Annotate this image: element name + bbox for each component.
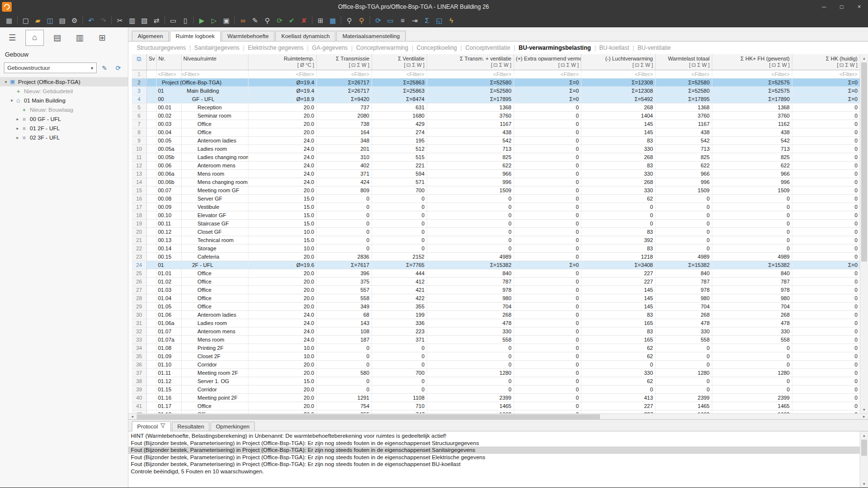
room-name-cell[interactable]: 01.15Corridor xyxy=(156,385,248,393)
sv-cell[interactable] xyxy=(146,402,156,410)
room-name-cell[interactable]: 00.13Technical room xyxy=(156,236,248,244)
value-cell-extra_opwarmend[interactable]: 0 xyxy=(514,410,581,413)
row-number-cell[interactable]: 18 xyxy=(132,211,146,219)
value-cell-transmissie[interactable]: 0 xyxy=(316,385,372,393)
table-row[interactable]: 1400.06bMens changing room24.04245719960… xyxy=(132,178,860,186)
table-row[interactable]: 600.02Seminar room20.0208016803760014043… xyxy=(132,111,860,120)
value-cell-temp[interactable]: 20.0 xyxy=(248,120,316,128)
room-name-cell[interactable]: 00.09Vestibule xyxy=(156,203,248,211)
scroll-up-icon[interactable]: ▲ xyxy=(860,54,868,62)
value-cell-temp[interactable]: 20.0 xyxy=(248,294,316,302)
structure-dropdown[interactable]: Gebouwstructuur ▾ xyxy=(4,62,97,73)
run-calculation-alt-icon[interactable]: ▷ xyxy=(208,14,220,26)
value-cell-temp[interactable]: Ø=18.9 xyxy=(248,95,316,103)
value-cell-hk_fh_gewenst[interactable]: 966 xyxy=(712,169,792,178)
row-number-cell[interactable]: 3 xyxy=(132,86,146,95)
row-number-cell[interactable]: 38 xyxy=(132,377,146,385)
value-cell-temp[interactable]: 15.0 xyxy=(248,211,316,219)
open-folder-icon[interactable]: ▰ xyxy=(32,14,44,26)
value-cell-hk_huidig[interactable]: 0 xyxy=(792,144,860,153)
value-cell-transmissie[interactable]: 0 xyxy=(316,244,372,252)
value-cell-extra_opwarmend[interactable]: 0 xyxy=(514,169,581,178)
value-cell-transm_ventilatie[interactable]: 1167 xyxy=(427,120,514,128)
scroll-down-icon[interactable]: ▼ xyxy=(860,406,868,413)
sv-cell[interactable] xyxy=(146,128,156,136)
value-cell-ventilatie[interactable]: 710 xyxy=(372,402,427,410)
value-cell-extra_opwarmend[interactable]: 0 xyxy=(514,327,581,335)
value-cell-transm_ventilatie[interactable]: 840 xyxy=(427,269,514,277)
row-number-cell[interactable]: 13 xyxy=(132,169,146,178)
corner-select-cell[interactable]: ⧉ xyxy=(132,54,146,70)
value-cell-transmissie[interactable]: 108 xyxy=(316,327,372,335)
value-cell-transmissie[interactable]: 310 xyxy=(316,153,372,161)
tree-item[interactable]: ▸≡02 3F - UFL xyxy=(0,133,128,142)
value-cell-transm_ventilatie[interactable]: 478 xyxy=(427,319,514,327)
sv-cell[interactable] xyxy=(146,410,156,413)
value-cell-hk_huidig[interactable]: 0 xyxy=(792,277,860,285)
table-row[interactable]: 24012F - UFLØ=19.6Σ=7617Σ=7765Σ=15382Σ=0… xyxy=(132,261,860,269)
table-row[interactable]: 3801.12Server 1. OG15.0000062000 xyxy=(132,377,860,385)
room-name-cell[interactable]: 01.11Meeting room 2F xyxy=(156,368,248,377)
value-cell-hk_huidig[interactable]: 0 xyxy=(792,186,860,194)
row-number-cell[interactable]: 31 xyxy=(132,319,146,327)
value-cell-transm_ventilatie[interactable]: 0 xyxy=(427,211,514,219)
value-cell-extra_opwarmend[interactable]: 0 xyxy=(514,236,581,244)
value-cell-hk_huidig[interactable]: 0 xyxy=(792,244,860,252)
value-cell-transmissie[interactable]: 0 xyxy=(316,352,372,360)
table-row[interactable]: 500.01Reception20.0737631136802681368136… xyxy=(132,103,860,111)
value-cell-transmissie[interactable]: 809 xyxy=(316,186,372,194)
value-cell-warmtelast_totaal[interactable]: 787 xyxy=(655,277,712,285)
vertical-scrollbar[interactable]: ▲ ▼ xyxy=(860,54,868,413)
value-cell-transmissie[interactable]: 0 xyxy=(316,360,372,368)
value-cell-extra_opwarmend[interactable]: 0 xyxy=(514,344,581,352)
value-cell-hk_huidig[interactable]: 0 xyxy=(792,120,860,128)
chevron-right-icon[interactable]: ▸ xyxy=(15,126,21,131)
sv-cell[interactable] xyxy=(146,78,156,86)
table-row[interactable]: 1100.05bLadies changing room24.031051582… xyxy=(132,153,860,161)
value-cell-transmissie[interactable]: 348 xyxy=(316,136,372,144)
sv-cell[interactable] xyxy=(146,335,156,344)
value-cell-temp[interactable]: <Filter> xyxy=(248,70,316,78)
value-cell-extra_opwarmend[interactable]: Σ=0 xyxy=(514,261,581,269)
scroll-right-icon[interactable]: ► xyxy=(860,414,868,420)
value-cell-temp[interactable]: 10.0 xyxy=(248,244,316,252)
value-cell-hk_fh_gewenst[interactable]: Σ=52575 xyxy=(712,78,792,86)
value-cell-luchtverwarming[interactable]: 1404 xyxy=(581,111,655,120)
value-cell-luchtverwarming[interactable]: 0 xyxy=(581,385,655,393)
value-cell-hk_huidig[interactable]: 0 xyxy=(792,285,860,294)
maximize-button[interactable]: □ xyxy=(833,0,850,13)
value-cell-temp[interactable]: 20.0 xyxy=(248,269,316,277)
value-cell-extra_opwarmend[interactable]: 0 xyxy=(514,120,581,128)
value-cell-transm_ventilatie[interactable]: 3760 xyxy=(427,111,514,120)
value-cell-warmtelast_totaal[interactable]: 1465 xyxy=(655,402,712,410)
value-cell-extra_opwarmend[interactable]: 0 xyxy=(514,178,581,186)
row-number-cell[interactable]: 39 xyxy=(132,385,146,393)
value-cell-extra_opwarmend[interactable]: 0 xyxy=(514,393,581,402)
print-icon[interactable]: ▤ xyxy=(56,14,68,26)
value-cell-temp[interactable]: 20.0 xyxy=(248,285,316,294)
table-row[interactable]: 3001.06Anteroom ladies24.068199268083268… xyxy=(132,310,860,319)
value-cell-transm_ventilatie[interactable]: 0 xyxy=(427,385,514,393)
protocol-tab-opmerkingen[interactable]: Opmerkingen xyxy=(210,422,255,431)
value-cell-hk_huidig[interactable]: 0 xyxy=(792,294,860,302)
value-cell-ventilatie[interactable]: 199 xyxy=(372,310,427,319)
value-cell-transmissie[interactable]: 68 xyxy=(316,310,372,319)
tab-ruimte-logboek[interactable]: Ruimte logboek xyxy=(170,31,221,41)
table-row[interactable]: 400GF - UFLØ=18.9Σ=9420Σ=8474Σ=17895Σ=0Σ… xyxy=(132,95,860,103)
value-cell-luchtverwarming[interactable]: 62 xyxy=(581,377,655,385)
value-cell-transmissie[interactable]: 0 xyxy=(316,227,372,236)
cut-icon[interactable]: ✂ xyxy=(114,14,126,26)
value-cell-hk_fh_gewenst[interactable]: 0 xyxy=(712,211,792,219)
value-cell-temp[interactable]: 15.0 xyxy=(248,377,316,385)
room-name-cell[interactable]: 01.08Printing 2F xyxy=(156,344,248,352)
value-cell-warmtelast_totaal[interactable]: 704 xyxy=(655,302,712,310)
value-cell-hk_huidig[interactable]: Σ=0 xyxy=(792,95,860,103)
value-cell-hk_huidig[interactable]: 0 xyxy=(792,368,860,377)
value-cell-extra_opwarmend[interactable]: 0 xyxy=(514,402,581,410)
value-cell-warmtelast_totaal[interactable]: <Filter> xyxy=(655,70,712,78)
document-error-icon[interactable]: ✘ xyxy=(298,14,310,26)
room-name-cell[interactable]: 01.18Office xyxy=(156,410,248,413)
column-header-warmtelast_totaal[interactable]: Warmtelast totaal[ Σ W ] xyxy=(655,54,712,70)
room-name-cell[interactable]: 00.05aLadies room xyxy=(156,144,248,153)
row-number-cell[interactable]: 20 xyxy=(132,227,146,236)
